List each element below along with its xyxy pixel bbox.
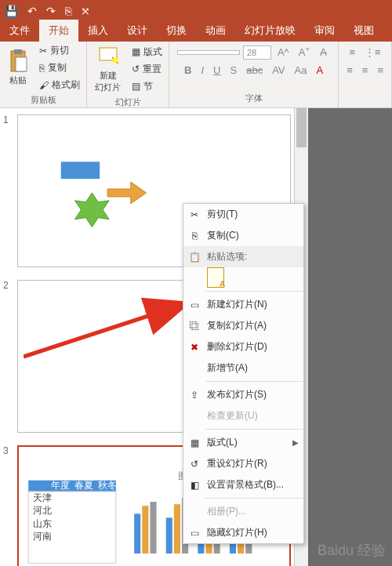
ribbon-tabs: 文件 开始 插入 设计 切换 动画 幻灯片放映 审阅 视图	[0, 22, 392, 42]
ctx-delete-slide[interactable]: ✖删除幻灯片(D)	[183, 336, 303, 357]
reset-icon: ↺	[132, 63, 140, 74]
svg-rect-22	[174, 504, 180, 553]
ctx-publish-slide[interactable]: ⇪发布幻灯片(S)	[183, 384, 303, 405]
ribbon: 粘贴 ✂剪切 ⎘复制 🖌格式刷 剪贴板 新建 幻灯片 ▦版式 ↺重置 ▤节 幻灯…	[0, 42, 392, 108]
font-group-label: 字体	[172, 91, 335, 106]
scissors-icon: ✂	[39, 45, 47, 56]
paste-button[interactable]: 粘贴	[3, 48, 33, 88]
ctx-layout[interactable]: ▦版式(L)▶	[183, 432, 303, 453]
svg-text:春夏: 春夏	[74, 480, 93, 491]
scissors-icon: ✂	[188, 209, 201, 221]
format-painter-button[interactable]: 🖌格式刷	[36, 78, 83, 93]
publish-icon: ⇪	[188, 389, 201, 401]
tab-view[interactable]: 视图	[344, 20, 383, 42]
tab-insert[interactable]: 插入	[78, 20, 118, 42]
section-button[interactable]: ▤节	[129, 79, 165, 94]
svg-marker-7	[75, 193, 110, 227]
copy-icon: ⎘	[39, 63, 45, 74]
slide-number: 2	[3, 280, 13, 433]
brush-icon: 🖌	[39, 80, 49, 91]
ribbon-group-clipboard: 粘贴 ✂剪切 ⎘复制 🖌格式刷 剪贴板	[0, 42, 87, 107]
italic-button[interactable]: I	[198, 63, 207, 78]
align-left-icon[interactable]: ≡	[343, 63, 356, 78]
redo-icon[interactable]: ↷	[46, 5, 56, 17]
tab-animations[interactable]: 动画	[196, 20, 235, 42]
separator	[205, 291, 303, 292]
new-slide-button[interactable]: 新建 幻灯片	[90, 43, 125, 95]
copy-button[interactable]: ⎘复制	[36, 60, 83, 75]
ribbon-group-font: 28 A^ A˅ A̶ B I U S abc AV Aa A 字体	[169, 42, 339, 107]
paste-label: 粘贴	[9, 74, 27, 86]
decrease-font-icon[interactable]: A˅	[296, 45, 314, 60]
strike-button[interactable]: abc	[243, 63, 266, 78]
tab-design[interactable]: 设计	[118, 20, 157, 42]
hide-icon: ▭	[188, 527, 201, 539]
svg-rect-19	[142, 506, 148, 553]
svg-text:秋冬: 秋冬	[98, 480, 117, 491]
ctx-new-slide[interactable]: ▭新建幻灯片(N)	[183, 294, 303, 315]
align-center-icon[interactable]: ≡	[359, 63, 372, 78]
new-slide-icon: ▭	[188, 299, 201, 311]
ctx-background-format[interactable]: ◧设置背景格式(B)...	[183, 474, 303, 495]
shadow-button[interactable]: S	[227, 63, 241, 78]
tab-home[interactable]: 开始	[39, 20, 78, 42]
bold-button[interactable]: B	[181, 63, 194, 78]
title-bar: 💾 ↶ ↷ ⎘ ⤧	[0, 0, 392, 22]
svg-text:河南: 河南	[33, 531, 52, 542]
submenu-arrow-icon: ▶	[292, 438, 299, 447]
cut-button[interactable]: ✂剪切	[36, 43, 83, 58]
reset-button[interactable]: ↺重置	[129, 62, 165, 77]
font-size-combo[interactable]: 28	[243, 45, 271, 60]
font-color-button[interactable]: A	[313, 63, 326, 78]
paste-option-keep-text[interactable]: A	[207, 267, 224, 288]
format-icon: ◧	[188, 479, 201, 492]
tab-review[interactable]: 审阅	[305, 20, 344, 42]
ctx-new-section[interactable]: 新增节(A)	[183, 357, 303, 379]
svg-rect-20	[150, 502, 156, 553]
save-icon[interactable]: 💾	[5, 5, 18, 17]
ctx-hide-slide[interactable]: ▭隐藏幻灯片(H)	[183, 522, 303, 543]
tab-slideshow[interactable]: 幻灯片放映	[235, 20, 305, 42]
increase-font-icon[interactable]: A^	[274, 45, 292, 60]
copy-icon: ⎘	[188, 230, 201, 242]
bullets-icon[interactable]: ≡	[347, 45, 359, 60]
svg-rect-18	[134, 513, 140, 553]
layout-button[interactable]: ▦版式	[129, 45, 165, 60]
section-icon: ▤	[132, 81, 140, 92]
clear-format-icon[interactable]: A̶	[317, 45, 330, 60]
ctx-album: 相册(P)...	[183, 501, 303, 522]
svg-text:年度: 年度	[51, 480, 70, 491]
font-name-combo[interactable]	[177, 50, 240, 55]
tab-file[interactable]: 文件	[0, 20, 39, 42]
svg-text:河北: 河北	[33, 505, 52, 516]
align-right-icon[interactable]: ≡	[374, 63, 387, 78]
ctx-copy[interactable]: ⎘复制(C)	[183, 225, 303, 246]
slide-preview	[308, 108, 392, 566]
svg-rect-1	[14, 49, 22, 54]
scroll-thumb[interactable]	[296, 108, 307, 147]
undo-icon[interactable]: ↶	[27, 5, 37, 17]
underline-button[interactable]: U	[210, 63, 223, 78]
svg-point-4	[113, 58, 118, 63]
layout-icon: ▦	[132, 46, 140, 57]
slide-number: 1	[3, 114, 13, 267]
numbering-icon[interactable]: ⋮≡	[361, 45, 384, 60]
svg-text:山东: 山东	[33, 518, 52, 529]
svg-text:天津: 天津	[33, 492, 52, 503]
svg-rect-5	[61, 161, 100, 179]
layout-icon: ▦	[188, 437, 201, 449]
ctx-check-updates: 检查更新(U)	[183, 405, 303, 426]
ctx-cut[interactable]: ✂剪切(T)	[183, 204, 303, 225]
svg-rect-2	[16, 57, 27, 71]
spacing-button[interactable]: AV	[269, 63, 288, 78]
case-button[interactable]: Aa	[292, 63, 310, 78]
tab-transitions[interactable]: 切换	[157, 20, 196, 42]
slide-number: 3	[3, 445, 13, 566]
delete-icon: ✖	[188, 341, 201, 354]
ctx-duplicate-slide[interactable]: ⿻复制幻灯片(A)	[183, 315, 303, 336]
ctx-reset-slide[interactable]: ↺重设幻灯片(R)	[183, 453, 303, 474]
new-slide-label: 新建 幻灯片	[95, 70, 121, 93]
more-icon[interactable]: ⤧	[81, 5, 90, 17]
slideshow-icon[interactable]: ⎘	[65, 5, 71, 17]
separator	[205, 429, 303, 430]
